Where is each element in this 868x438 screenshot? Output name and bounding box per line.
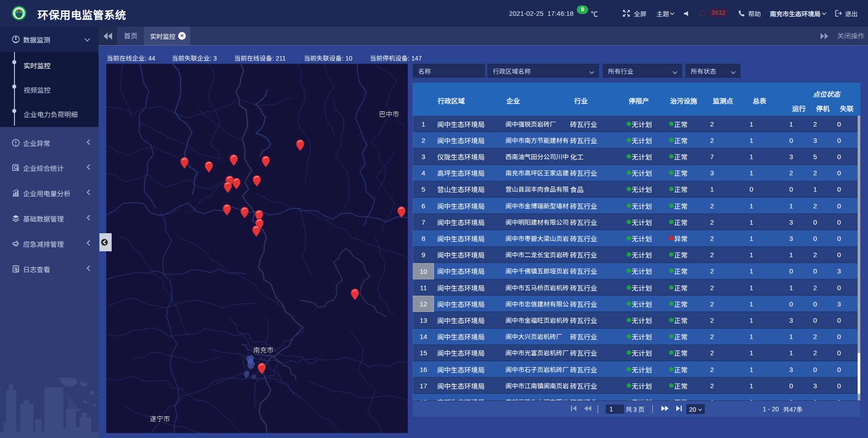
svg-text:巴中市: 巴中市 <box>379 110 399 118</box>
svg-text:遂宁市: 遂宁市 <box>150 415 170 423</box>
svg-text:南充市: 南充市 <box>253 346 274 354</box>
